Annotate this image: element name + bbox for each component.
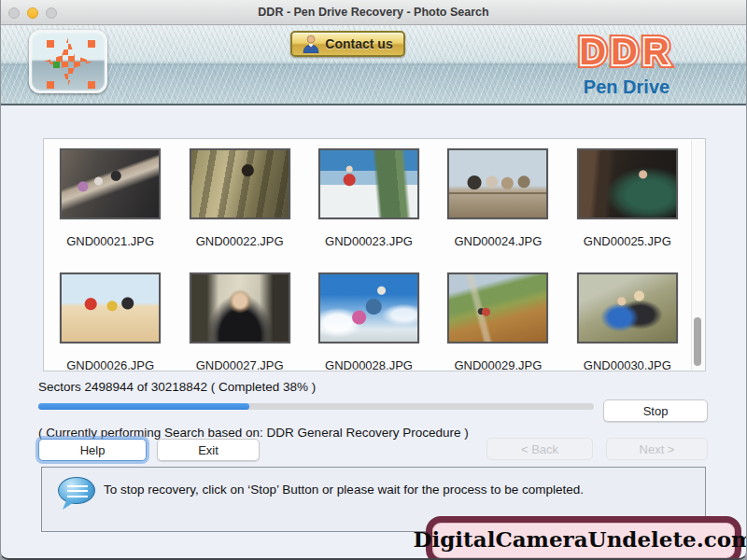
- contact-us-label: Contact us: [325, 36, 392, 51]
- zoom-button[interactable]: [46, 7, 57, 19]
- photo-cell: GND00030.JPG: [563, 263, 692, 387]
- photo-filename: GND00028.JPG: [325, 358, 413, 372]
- photo-thumbnail[interactable]: [190, 273, 290, 343]
- speech-bubble-icon: [58, 477, 95, 504]
- title-bar: DDR - Pen Drive Recovery - Photo Search: [1, 0, 746, 25]
- recovered-photos-panel: GND00021.JPG GND00022.JPG GND00023.JPG G…: [43, 138, 706, 371]
- photo-thumbnail[interactable]: [447, 148, 548, 219]
- exit-button[interactable]: Exit: [157, 439, 260, 461]
- photo-cell: GND00021.JPG: [46, 139, 175, 263]
- photo-thumbnail[interactable]: [577, 273, 678, 343]
- thumbnail-grid: GND00021.JPG GND00022.JPG GND00023.JPG G…: [46, 139, 692, 387]
- photo-thumbnail[interactable]: [447, 273, 548, 343]
- progress-bar-track: [38, 403, 594, 410]
- photo-thumbnail[interactable]: [577, 148, 678, 219]
- window-title: DDR - Pen Drive Recovery - Photo Search: [1, 0, 746, 24]
- photo-cell: GND00028.JPG: [304, 263, 433, 387]
- photo-cell: GND00029.JPG: [433, 263, 562, 387]
- photo-filename: GND00024.JPG: [454, 234, 542, 248]
- photo-filename: GND00030.JPG: [584, 358, 671, 372]
- brand-block: DDR DDR DDR Pen Drive: [552, 29, 701, 98]
- logo-center-square: [53, 62, 60, 68]
- photo-cell: GND00027.JPG: [175, 263, 303, 387]
- photo-filename: GND00025.JPG: [584, 234, 671, 248]
- stop-button[interactable]: Stop: [603, 399, 708, 422]
- photo-filename: GND00026.JPG: [66, 358, 154, 372]
- photo-filename: GND00022.JPG: [196, 234, 284, 248]
- close-button[interactable]: [8, 7, 20, 19]
- photo-cell: GND00024.JPG: [433, 139, 562, 263]
- photo-cell: GND00025.JPG: [563, 139, 692, 263]
- back-button: < Back: [486, 438, 593, 460]
- app-header: Contact us DDR DDR DDR Pen Drive: [1, 25, 746, 105]
- help-button[interactable]: Help: [38, 439, 147, 461]
- watermark-badge: DigitalCameraUndelete.com: [426, 516, 741, 560]
- search-status-text: ( Currently performing Search based on: …: [38, 426, 469, 440]
- brand-ddr: DDR DDR DDR: [552, 29, 701, 74]
- gallery-scrollbar-thumb[interactable]: [694, 317, 701, 366]
- photo-cell: GND00023.JPG: [304, 139, 433, 263]
- businessman-icon: [303, 35, 319, 53]
- photo-thumbnail[interactable]: [318, 273, 419, 343]
- app-window: DDR - Pen Drive Recovery - Photo Search …: [0, 0, 747, 560]
- photo-thumbnail[interactable]: [60, 273, 161, 343]
- photo-filename: GND00029.JPG: [454, 358, 542, 372]
- photo-cell: GND00026.JPG: [46, 263, 175, 387]
- photo-thumbnail[interactable]: [318, 148, 419, 219]
- photo-filename: GND00021.JPG: [66, 234, 154, 248]
- info-message-text: To stop recovery, click on ‘Stop’ Button…: [104, 483, 584, 497]
- gallery-scrollbar-track[interactable]: [691, 140, 704, 370]
- contact-us-button[interactable]: Contact us: [290, 31, 405, 57]
- brand-ddr-fill: DDR: [552, 29, 701, 74]
- photo-cell: GND00022.JPG: [175, 139, 303, 263]
- app-logo: [29, 30, 107, 93]
- photo-thumbnail[interactable]: [60, 148, 161, 219]
- next-button: Next >: [606, 438, 708, 460]
- photo-thumbnail[interactable]: [190, 148, 290, 219]
- progress-fill: [38, 403, 249, 410]
- photo-filename: GND00023.JPG: [325, 234, 413, 248]
- minimize-button[interactable]: [27, 7, 38, 19]
- brand-pen-drive: Pen Drive: [552, 77, 701, 98]
- watermark-text: DigitalCameraUndelete.com: [414, 526, 747, 552]
- photo-filename: GND00027.JPG: [196, 358, 284, 372]
- sectors-progress-text: Sectors 2498944 of 30218842 ( Completed …: [38, 380, 316, 394]
